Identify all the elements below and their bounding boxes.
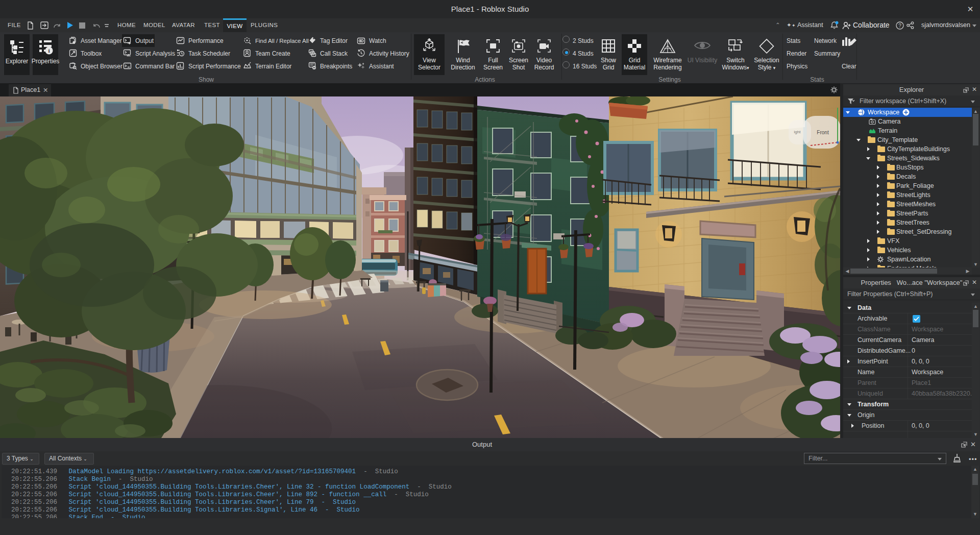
- svg-text:Front: Front: [817, 130, 829, 135]
- svg-text:ight: ight: [794, 130, 801, 134]
- svg-text:?: ?: [898, 23, 901, 29]
- svg-text:i: i: [48, 47, 50, 54]
